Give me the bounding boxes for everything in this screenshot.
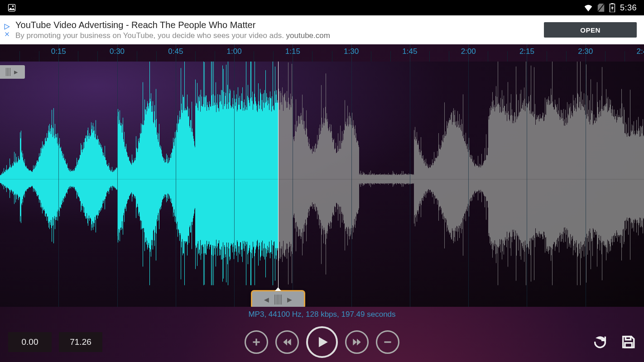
- rewind-button[interactable]: [275, 330, 299, 354]
- android-status-bar: 5:36: [0, 0, 644, 15]
- chevron-right-icon: ▶: [14, 69, 18, 75]
- ruler-tick-label: 0:15: [51, 47, 66, 56]
- svg-rect-4: [611, 3, 613, 4]
- wifi-icon: [584, 4, 593, 12]
- ruler-tick-label: 1:30: [344, 47, 359, 56]
- waveform-area[interactable]: ▶ ◀ ▶: [0, 62, 644, 307]
- ruler-tick-label: 0:45: [168, 47, 183, 56]
- chevron-right-icon: ▶: [287, 296, 292, 303]
- zoom-out-button[interactable]: [376, 330, 399, 354]
- svg-rect-10: [625, 336, 630, 339]
- ruler-tick-label: 1:00: [227, 47, 242, 56]
- no-sim-icon: [597, 4, 605, 12]
- ad-text[interactable]: YouTube Video Advertising - Reach The Pe…: [15, 20, 539, 40]
- ruler-tick-label: 2:30: [578, 47, 593, 56]
- start-time-box[interactable]: 0.00: [8, 332, 52, 352]
- ruler-tick-label: 1:15: [285, 47, 300, 56]
- adchoices-badge[interactable]: [3, 24, 11, 37]
- zoom-in-button[interactable]: [245, 330, 268, 354]
- status-time: 5:36: [620, 3, 637, 13]
- ad-banner[interactable]: YouTube Video Advertising - Reach The Pe…: [0, 15, 644, 44]
- selection-start-handle[interactable]: ▶: [0, 65, 25, 79]
- redo-button[interactable]: [592, 334, 608, 351]
- ruler-tick-label: 2:00: [461, 47, 476, 56]
- play-button[interactable]: [306, 326, 338, 358]
- gallery-icon: [7, 3, 16, 12]
- ruler-tick-label: 0:30: [110, 47, 125, 56]
- svg-rect-0: [9, 5, 15, 11]
- svg-point-1: [12, 5, 14, 7]
- battery-charging-icon: [609, 3, 615, 12]
- audio-info-text: MP3, 44100 Hz, 128 kbps, 197.49 seconds: [0, 307, 644, 322]
- chevron-left-icon: ◀: [264, 296, 269, 303]
- ruler-tick-label: 2:15: [519, 47, 534, 56]
- fast-forward-button[interactable]: [345, 330, 369, 354]
- selection-end-handle[interactable]: ◀ ▶: [251, 290, 305, 307]
- waveform-canvas[interactable]: [0, 62, 644, 307]
- ruler-tick-label: 1:45: [402, 47, 417, 56]
- ad-title: YouTube Video Advertising - Reach The Pe…: [15, 20, 539, 30]
- svg-rect-11: [625, 343, 632, 347]
- end-time-box[interactable]: 71.26: [59, 332, 102, 352]
- ad-open-button[interactable]: OPEN: [544, 22, 637, 38]
- save-button[interactable]: [620, 334, 636, 351]
- timeline-ruler[interactable]: 0:150:300:451:001:151:301:452:002:152:30…: [0, 44, 644, 62]
- bottom-controls: 0.00 71.26: [0, 322, 644, 362]
- ruler-tick-label: 2:45: [636, 47, 644, 56]
- ad-subtitle: By promoting your business on YouTube, y…: [15, 31, 539, 40]
